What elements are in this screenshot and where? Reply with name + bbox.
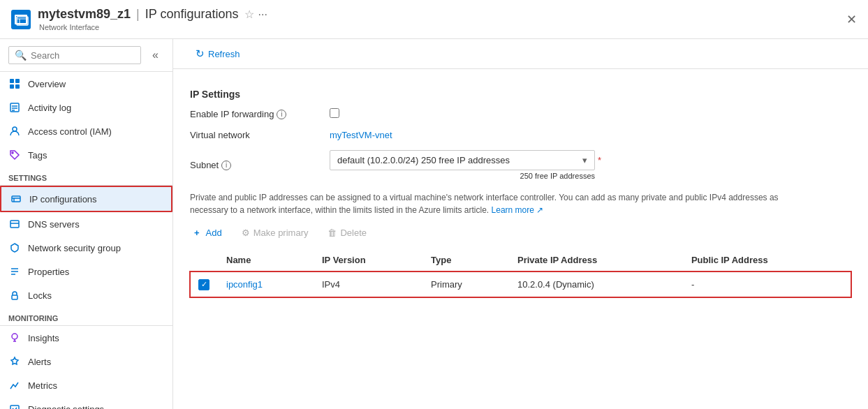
sidebar-item-alerts[interactable]: Alerts xyxy=(0,350,172,373)
row-private-ip-cell: 10.2.0.4 (Dynamic) xyxy=(509,272,683,298)
sidebar-item-diagnostic[interactable]: Diagnostic settings xyxy=(0,397,172,409)
sidebar-item-overview-label: Overview xyxy=(28,79,66,89)
table-row[interactable]: ✓ ipconfig1 IPv4 Primary 10.2.0.4 (Dynam… xyxy=(190,272,851,298)
dns-icon xyxy=(8,218,21,230)
tags-icon xyxy=(8,149,21,161)
refresh-button[interactable]: ↻ Refresh xyxy=(190,45,246,63)
subnet-info-icon[interactable]: i xyxy=(221,161,231,170)
page-header: mytestvm89_z1 | IP configurations ☆ ··· … xyxy=(0,0,868,39)
col-name: Name xyxy=(218,249,314,272)
add-label: Add xyxy=(206,228,222,238)
virtual-network-label: Virtual network xyxy=(190,130,330,140)
sidebar-item-nsg-label: Network security group xyxy=(28,243,121,253)
enable-forwarding-info-icon[interactable]: i xyxy=(277,110,286,119)
svg-rect-6 xyxy=(15,84,20,89)
sidebar-item-metrics[interactable]: Metrics xyxy=(0,373,172,397)
sidebar-item-activity-label: Activity log xyxy=(28,103,71,113)
table-toolbar: + Add ⚙ Make primary 🗑 Delete xyxy=(190,225,851,241)
nsg-icon xyxy=(8,241,21,254)
main-layout: 🔍 « Overview Activity log Acces xyxy=(0,39,868,409)
svg-point-11 xyxy=(13,127,17,131)
content-body: IP Settings Enable IP forwarding i Virtu… xyxy=(173,69,868,315)
header-title-group: mytestvm89_z1 | IP configurations ☆ ··· … xyxy=(38,7,267,31)
page-title: IP configurations xyxy=(145,7,239,22)
favorite-icon[interactable]: ☆ xyxy=(244,8,254,21)
sidebar-item-ip-label: IP configurations xyxy=(29,194,97,204)
subnet-row: Subnet i default (10.2.0.0/24) 250 free … xyxy=(190,150,851,180)
insights-icon xyxy=(8,332,21,344)
ip-info-text: Private and public IP addresses can be a… xyxy=(190,191,818,216)
make-primary-button[interactable]: ⚙ Make primary xyxy=(237,225,313,241)
activity-log-icon xyxy=(8,101,21,114)
delete-label: Delete xyxy=(340,228,367,238)
row-name-cell: ipconfig1 xyxy=(218,272,314,298)
svg-rect-25 xyxy=(10,406,19,409)
sidebar-item-nsg[interactable]: Network security group xyxy=(0,236,172,260)
enable-forwarding-checkbox-container xyxy=(330,108,851,120)
iam-icon xyxy=(8,125,21,137)
sidebar-item-iam[interactable]: Access control (IAM) xyxy=(0,119,172,143)
alerts-icon xyxy=(8,355,21,368)
locks-icon xyxy=(8,289,21,302)
virtual-network-link[interactable]: myTestVM-vnet xyxy=(330,130,392,140)
search-icon: 🔍 xyxy=(15,50,27,61)
svg-rect-0 xyxy=(17,17,28,25)
more-options-icon[interactable]: ··· xyxy=(258,8,267,21)
sidebar-item-alerts-label: Alerts xyxy=(28,357,51,367)
sidebar-item-overview[interactable]: Overview xyxy=(0,72,172,96)
col-public-ip: Public IP Address xyxy=(683,249,851,272)
ip-config-icon xyxy=(10,193,22,205)
main-content: ↻ Refresh IP Settings Enable IP forwardi… xyxy=(173,39,868,409)
col-checkbox xyxy=(190,249,218,272)
sidebar-item-dns[interactable]: DNS servers xyxy=(0,212,172,236)
make-primary-label: Make primary xyxy=(253,228,309,238)
subnet-dropdown[interactable]: default (10.2.0.0/24) 250 free IP addres… xyxy=(330,150,595,170)
diagnostic-icon xyxy=(8,403,21,409)
ipconfig-link[interactable]: ipconfig1 xyxy=(226,279,263,290)
delete-button[interactable]: 🗑 Delete xyxy=(323,225,371,241)
close-button[interactable]: ✕ xyxy=(846,12,857,27)
enable-forwarding-checkbox[interactable] xyxy=(330,108,339,118)
header-separator: | xyxy=(136,7,140,22)
sidebar-item-diagnostic-label: Diagnostic settings xyxy=(28,404,104,410)
required-indicator: * xyxy=(598,155,601,165)
learn-more-link[interactable]: Learn more ↗ xyxy=(492,205,544,215)
svg-rect-4 xyxy=(15,79,20,83)
enable-forwarding-label: Enable IP forwarding i xyxy=(190,109,330,119)
sidebar-item-dns-label: DNS servers xyxy=(28,219,80,230)
content-toolbar: ↻ Refresh xyxy=(173,39,868,69)
refresh-label: Refresh xyxy=(208,49,240,59)
overview-icon xyxy=(8,77,21,90)
row-checkbox-cell: ✓ xyxy=(190,272,218,298)
col-type: Type xyxy=(422,249,509,272)
svg-rect-13 xyxy=(12,196,20,202)
subnet-note: 250 free IP addresses xyxy=(330,172,595,180)
svg-rect-21 xyxy=(12,295,17,299)
search-input[interactable] xyxy=(31,50,135,61)
sidebar-item-properties[interactable]: Properties xyxy=(0,260,172,283)
row-checked-icon[interactable]: ✓ xyxy=(198,279,209,290)
search-box: 🔍 xyxy=(8,46,141,64)
sidebar-item-activity-log[interactable]: Activity log xyxy=(0,96,172,119)
sidebar-item-locks[interactable]: Locks xyxy=(0,283,172,307)
sidebar-item-tags[interactable]: Tags xyxy=(0,143,172,167)
add-button[interactable]: + Add xyxy=(190,225,226,241)
sidebar-search-section: 🔍 « xyxy=(0,39,172,72)
ip-settings-title: IP Settings xyxy=(190,89,851,100)
col-ip-version: IP Version xyxy=(314,249,422,272)
row-type-cell: Primary xyxy=(422,272,509,298)
make-primary-icon: ⚙ xyxy=(242,228,250,238)
sidebar-item-ip-configurations[interactable]: IP configurations xyxy=(0,186,172,212)
svg-rect-5 xyxy=(10,84,14,89)
svg-rect-3 xyxy=(10,79,14,83)
sidebar-item-properties-label: Properties xyxy=(28,267,69,277)
sidebar-item-insights-label: Insights xyxy=(28,333,59,343)
sidebar-item-insights[interactable]: Insights xyxy=(0,326,172,350)
ip-config-table: Name IP Version Type Private IP Address … xyxy=(190,249,851,298)
virtual-network-value: myTestVM-vnet xyxy=(330,130,851,140)
sidebar-item-locks-label: Locks xyxy=(28,290,52,301)
collapse-sidebar-button[interactable]: « xyxy=(147,49,164,61)
sidebar: 🔍 « Overview Activity log Acces xyxy=(0,39,173,409)
resource-icon xyxy=(11,10,31,29)
table-header: Name IP Version Type Private IP Address … xyxy=(190,249,851,272)
